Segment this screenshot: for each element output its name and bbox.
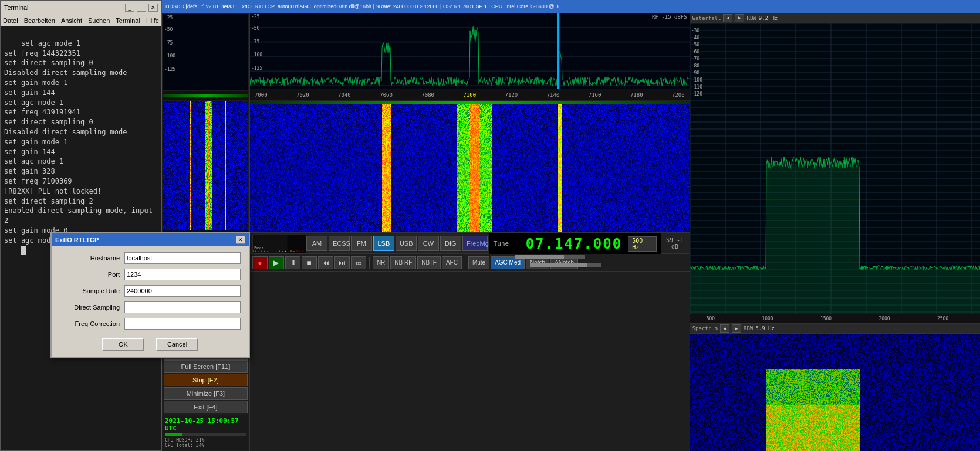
rbw-value-1: 9.2 Hz — [759, 15, 778, 21]
terminal-menu-hilfe[interactable]: Hilfe — [146, 17, 159, 24]
mode-freqmgr-btn[interactable]: FreqMgr — [462, 236, 488, 251]
extio-freqcorrection-input[interactable] — [124, 318, 241, 330]
record-btn[interactable]: ● — [252, 256, 268, 269]
af-db-120: -120 — [691, 91, 702, 97]
af-freq-2000: 2000 — [878, 316, 890, 321]
extio-hostname-input[interactable] — [124, 252, 241, 264]
tune-freq-display[interactable]: 07.147.000 — [526, 236, 623, 252]
freq-7100: 7100 — [463, 92, 476, 98]
extio-samplerate-label: Sample Rate — [60, 287, 124, 294]
extio-body: Hostname Port Sample Rate Direct Samplin… — [52, 246, 249, 357]
freq-7180: 7180 — [630, 92, 643, 98]
exit-btn[interactable]: Exit [F4] — [164, 401, 248, 413]
extio-close-btn[interactable]: ✕ — [236, 236, 245, 244]
terminal-close-btn[interactable]: ✕ — [148, 4, 158, 12]
mode-usb-btn[interactable]: USB — [396, 236, 417, 251]
extio-samplerate-input[interactable] — [124, 285, 241, 297]
wf-nav-right[interactable]: ► — [735, 14, 744, 22]
mode-controls-strip: Peak AM ECSS FM LSB USB CW DIG FreqMgr L… — [250, 233, 690, 254]
main-rf-spectrum-canvas — [250, 13, 690, 89]
peak-meter-label: Peak — [254, 246, 264, 250]
minimize-btn[interactable]: Minimize [F3] — [164, 387, 248, 400]
extio-directsampling-input[interactable] — [124, 301, 241, 313]
freq-7140: 7140 — [547, 92, 560, 98]
stop-playback-btn[interactable]: ■ — [302, 256, 317, 269]
terminal-window-controls: _ □ ✕ — [125, 4, 158, 12]
mode-fm-btn[interactable]: FM — [351, 236, 372, 251]
af-db-90: -90 — [691, 70, 699, 76]
separator2 — [465, 257, 465, 269]
spectrum-label: Spectrum — [692, 325, 718, 331]
rf-spectrum-db-25: -25 — [251, 14, 259, 19]
af-freq-axis: 500 1000 1500 2000 2500 3000 3500 4000 — [690, 314, 980, 323]
terminal-menu-datei[interactable]: Datei — [3, 17, 18, 24]
af-panel: Waterfall ◄ ► RBW 9.2 Hz Zoom Speed Avg … — [690, 13, 980, 451]
pause-btn[interactable]: ⏸ — [285, 256, 300, 269]
mute-btn[interactable]: Mute — [468, 256, 489, 269]
forward-btn[interactable]: ⏭ — [334, 256, 350, 269]
agc-thresh-slider[interactable] — [530, 263, 601, 267]
af-spectrum-canvas — [690, 23, 980, 314]
rbw-label-1: RBW — [746, 15, 756, 21]
nb-rf-btn[interactable]: NB RF — [390, 256, 416, 269]
extio-title: ExtIO RTLTCP — [55, 236, 99, 243]
spec-nav-right[interactable]: ► — [732, 324, 741, 333]
stop-btn[interactable]: Stop [F2] — [164, 374, 248, 386]
terminal-menu-bearbeiten[interactable]: Bearbeiten — [24, 17, 55, 24]
extio-ok-btn[interactable]: OK — [102, 338, 144, 351]
terminal-menu-suchen[interactable]: Suchen — [88, 17, 110, 24]
terminal-menu-terminal[interactable]: Terminal — [116, 17, 140, 24]
extio-hostname-label: Hostname — [60, 255, 124, 262]
freq-7080: 7080 — [421, 92, 434, 98]
rf-waterfall-canvas — [163, 101, 248, 230]
volume-slider[interactable] — [515, 255, 585, 259]
terminal-minimize-btn[interactable]: _ — [125, 4, 134, 12]
tune-label: Tune — [494, 240, 516, 247]
mode-ecss-btn[interactable]: ECSS — [329, 236, 350, 251]
extio-buttons-row: OK Cancel — [60, 338, 241, 351]
extio-cancel-btn[interactable]: Cancel — [156, 338, 198, 351]
terminal-menubar: Datei Bearbeiten Ansicht Suchen Terminal… — [1, 15, 161, 26]
rf-db-label-75: -75 — [164, 40, 173, 46]
cpu-progress-area: CPU HDSDR: 21% CPU Total: 34% — [165, 433, 246, 448]
peak-meter: Peak — [252, 235, 305, 252]
mode-cw-btn[interactable]: CW — [418, 236, 439, 251]
freq-highlight-bar — [163, 94, 248, 97]
full-screen-btn[interactable]: Full Screen [F11] — [164, 360, 248, 373]
rf-freq-axis-small — [163, 91, 248, 100]
mode-dig-btn[interactable]: DIG — [440, 236, 461, 251]
spec-nav-left[interactable]: ◄ — [720, 324, 729, 333]
status-datetime: 2021-10-25 15:09:57 UTC — [165, 417, 246, 432]
play-btn[interactable]: ▶ — [269, 256, 284, 269]
separator1 — [369, 257, 370, 269]
nr-btn[interactable]: NR — [373, 256, 389, 269]
nb-if-btn[interactable]: NB IF — [417, 256, 441, 269]
freq-7120: 7120 — [505, 92, 518, 98]
rf-tuning-line — [557, 13, 559, 89]
terminal-title: Terminal — [4, 4, 29, 11]
terminal-cursor — [21, 246, 26, 255]
af-waterfall — [690, 334, 980, 451]
freq-7060: 7060 — [380, 92, 393, 98]
afc-btn[interactable]: AFC — [442, 256, 462, 269]
terminal-maximize-btn[interactable]: □ — [137, 4, 146, 12]
terminal-menu-ansicht[interactable]: Ansicht — [61, 17, 82, 24]
main-rf-waterfall-canvas — [250, 104, 690, 232]
rbw-label-2: RBW — [744, 325, 753, 331]
tune-bw-btn[interactable]: 500 Hz — [628, 236, 657, 252]
af-db-100: -100 — [691, 77, 702, 83]
cpu-hdsdr-label: CPU HDSDR: 21% — [165, 438, 246, 443]
smeter-value: S9 -1 dB — [665, 237, 684, 250]
wf-nav-left[interactable]: ◄ — [723, 14, 732, 22]
mode-lsb-btn[interactable]: LSB — [373, 236, 394, 251]
hdsdr-status-area: 2021-10-25 15:09:57 UTC CPU HDSDR: 21% C… — [163, 415, 248, 450]
loop-btn[interactable]: ∞ — [351, 256, 366, 269]
rf-label: RF -15 dBFS — [652, 14, 687, 20]
hdsdr-title: HDSDR [default] v2.81 Beta3 | ExtIO_RTLT… — [165, 4, 565, 9]
extio-port-input[interactable] — [124, 269, 241, 280]
rf-waterfall-main — [250, 104, 690, 233]
mode-am-btn[interactable]: AM — [306, 236, 327, 251]
smeter-display: S9 -1 dB — [663, 235, 687, 252]
cpu-hdsdr-bar-inner — [165, 433, 182, 436]
rewind-btn[interactable]: ⏮ — [318, 256, 333, 269]
